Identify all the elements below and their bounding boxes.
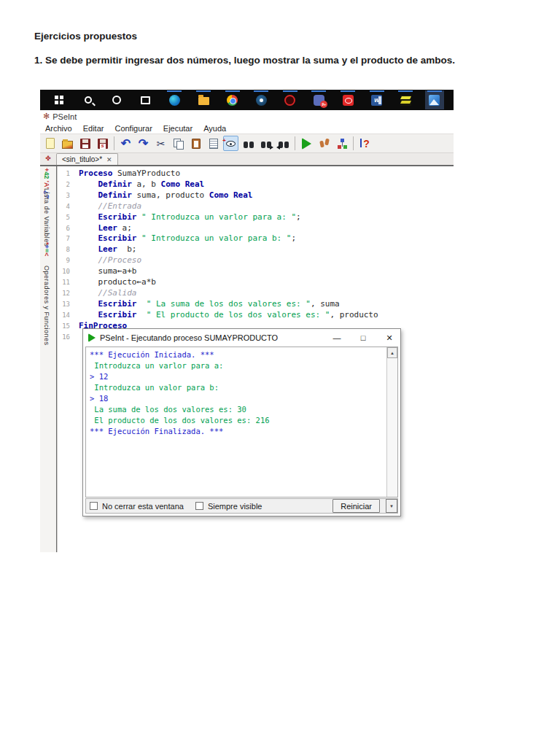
line-number: 7 [57,233,79,244]
search-icon[interactable] [79,90,98,109]
line-number: 15 [57,321,79,332]
window-titlebar: ✻ PSeInt [40,110,454,123]
copy-icon[interactable] [171,136,186,151]
line-number: 9 [57,255,79,266]
console-scrollbar[interactable]: ▲ [386,347,397,497]
toolbar-separator [295,136,295,150]
editor-tabbar: ✤ <sin_titulo>* ✕ [40,153,454,166]
close-button[interactable]: ✕ [378,330,400,346]
edge-icon[interactable] [165,90,184,109]
code-line-11[interactable]: 11 producto←a*b [57,277,454,288]
word-icon[interactable]: w [368,90,386,109]
photos-icon[interactable] [425,90,444,109]
save-icon[interactable] [77,136,93,151]
code-line-10[interactable]: 10 suma←a+b [57,266,454,277]
console-line: El producto de los dos valores es: 216 [90,415,394,426]
chat-app-icon[interactable] [309,90,328,109]
scroll-up-icon[interactable]: ▲ [387,347,397,358]
start-icon[interactable] [50,90,69,109]
new-file-icon[interactable] [42,136,58,151]
tabbar-gutter-icon: ✤ [40,152,56,165]
tab-sin-titulo[interactable]: <sin_titulo>* ✕ [56,153,118,165]
code-line-1[interactable]: 1Proceso SumaYProducto [57,169,454,179]
draw-flowchart-icon[interactable] [334,136,349,151]
no-cerrar-label: No cerrar esta ventana [102,502,184,511]
save-as-icon[interactable] [95,136,110,151]
menu-item-editar[interactable]: Editar [83,124,104,133]
menu-bar: ArchivoEditarConfigurarEjecutarAyuda [40,123,454,133]
dialog-titlebar[interactable]: PSeInt - Ejecutando proceso SUMAYPRODUCT… [83,329,400,347]
steam-icon[interactable] [252,90,271,109]
code-line-8[interactable]: 8 Leer b; [57,244,454,255]
line-number: 2 [57,179,79,190]
game-app-icon[interactable] [396,90,415,109]
siempre-visible-label: Siempre visible [208,502,262,511]
pseint-logo-icon: ✻ [43,112,50,120]
minimize-button[interactable]: — [326,330,348,346]
console-line: Introduzca un valor para b: [90,382,394,393]
scroll-down-icon[interactable]: ▼ [386,499,397,513]
redo-icon[interactable]: ↷ [136,136,151,151]
code-line-6[interactable]: 6 Leer a; [57,223,454,234]
red-app-icon[interactable] [281,90,300,109]
step-run-icon[interactable] [316,136,332,151]
adobe-cc-icon[interactable] [338,90,357,109]
edit-list-icon[interactable] [206,136,221,151]
line-number: 10 [57,266,79,277]
line-number: 4 [57,201,79,212]
find-next-icon[interactable] [258,136,273,151]
menu-item-configurar[interactable]: Configurar [114,124,152,133]
maximize-button[interactable]: □ [352,330,374,346]
find-icon[interactable] [241,136,256,151]
code-line-13[interactable]: 13 Escribir " La suma de los dos valores… [57,299,454,310]
line-number: 13 [57,299,79,310]
exercise-text: 1. Se debe permitir ingresar dos números… [34,55,455,66]
run-dialog: PSeInt - Ejecutando proceso SUMAYPRODUCT… [82,328,401,516]
line-number: 16 [57,332,79,343]
code-line-7[interactable]: 7 Escribir " Introduzca un valor para b:… [57,233,454,244]
paste-icon[interactable] [188,136,203,151]
line-number: 3 [57,190,79,201]
toolbar: ↶ ↷ ✂ ? [40,133,454,153]
line-number: 14 [57,310,79,321]
chrome-icon[interactable] [223,90,242,109]
menu-item-ayuda[interactable]: Ayuda [203,124,226,133]
dialog-title: PSeInt - Ejecutando proceso SUMAYPRODUCT… [100,333,322,342]
code-line-12[interactable]: 12 //Salida [57,288,454,299]
code-line-5[interactable]: 5 Escribir " Introduzca un varlor para a… [57,212,454,223]
open-file-icon[interactable] [60,136,75,151]
pseint-screenshot: w ✻ PSeInt ArchivoEditarConfigurarEjecut… [40,90,454,552]
siempre-visible-checkbox[interactable] [195,502,203,510]
execution-console[interactable]: *** Ejecución Iniciada. *** Introduzca u… [85,347,398,498]
toolbar-separator [114,136,114,150]
code-line-2[interactable]: 2 Definir a, b Como Real [57,179,454,190]
undo-icon[interactable]: ↶ [118,136,133,151]
cut-icon[interactable]: ✂ [153,136,168,151]
tab-close-icon[interactable]: ✕ [106,156,112,163]
file-explorer-icon[interactable] [194,90,213,109]
side-tab-label-0[interactable]: Lista de Variables [43,188,50,247]
help-icon[interactable]: ? [357,136,373,151]
run-icon[interactable] [299,136,314,151]
task-view-icon[interactable] [136,90,155,109]
reiniciar-button[interactable]: Reiniciar [332,499,380,513]
code-line-9[interactable]: 9 //Proceso [57,255,454,266]
side-tab-label-1[interactable]: Operadores y Funciones [43,266,50,346]
code-line-4[interactable]: 4 //Entrada [57,201,454,212]
find-prev-icon[interactable] [276,136,291,151]
code-line-14[interactable]: 14 Escribir " El producto de los dos val… [57,310,454,321]
console-line: La suma de los dos valores es: 30 [90,404,394,415]
menu-item-ejecutar[interactable]: Ejecutar [163,124,192,133]
side-panel-tabs: +42 'A' ¿?Lista de Variables*+=<Operador… [40,166,56,552]
menu-item-archivo[interactable]: Archivo [45,124,72,133]
no-cerrar-checkbox[interactable] [90,502,98,510]
line-number: 5 [57,212,79,223]
window-title: PSeInt [52,112,77,121]
tab-label: <sin_titulo>* [62,155,102,163]
side-tab-icon-1[interactable]: *+=< [43,242,50,256]
console-line: > 18 [90,393,394,404]
cortana-icon[interactable] [107,90,126,109]
syntax-highlight-icon[interactable] [223,136,238,151]
windows-taskbar: w [40,90,454,110]
code-line-3[interactable]: 3 Definir suma, producto Como Real [57,190,454,201]
